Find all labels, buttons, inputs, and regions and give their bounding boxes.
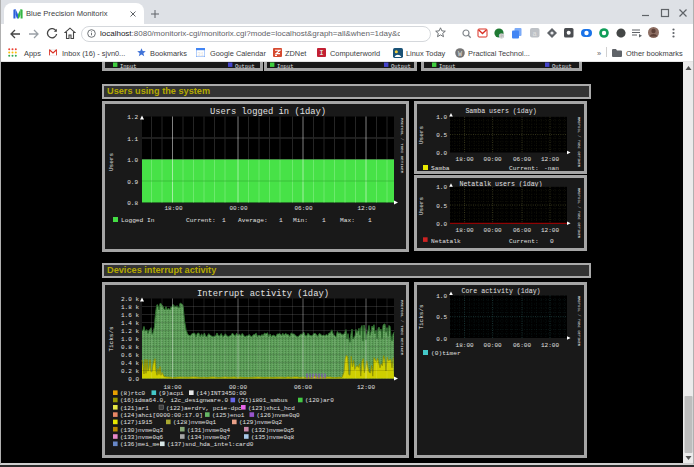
svg-text:(125)eno1: (125)eno1 bbox=[212, 412, 245, 419]
svg-text:1.0 k: 1.0 k bbox=[121, 336, 139, 343]
svg-text:Netatalk: Netatalk bbox=[431, 238, 461, 245]
svg-text:12:00: 12:00 bbox=[357, 384, 375, 391]
svg-text:a: a bbox=[533, 30, 537, 38]
svg-text:(9)acpi: (9)acpi bbox=[159, 390, 185, 397]
svg-text:Output: Output bbox=[552, 63, 572, 70]
svg-text:12:00: 12:00 bbox=[541, 227, 559, 234]
svg-text:0: 0 bbox=[550, 238, 554, 245]
svg-text:(8)rtc0: (8)rtc0 bbox=[120, 390, 146, 397]
svg-text:RRDTOOL / TOBI OETIKER: RRDTOOL / TOBI OETIKER bbox=[577, 117, 581, 168]
svg-text:0.5: 0.5 bbox=[436, 203, 447, 210]
svg-text:00:00: 00:00 bbox=[484, 227, 502, 234]
svg-text:(129)nvme0q2: (129)nvme0q2 bbox=[239, 419, 283, 426]
svg-text:Samba: Samba bbox=[431, 165, 450, 171]
svg-text:(123)xhci_hcd: (123)xhci_hcd bbox=[248, 405, 295, 412]
svg-text:1.0: 1.0 bbox=[436, 114, 447, 121]
svg-text:(0)timer: (0)timer bbox=[431, 350, 461, 357]
svg-text:06:00: 06:00 bbox=[513, 156, 531, 163]
svg-text:0.0: 0.0 bbox=[436, 221, 447, 228]
svg-text:Output: Output bbox=[391, 63, 411, 70]
svg-text:1.4 k: 1.4 k bbox=[121, 320, 139, 327]
svg-text:06:00: 06:00 bbox=[513, 227, 531, 234]
svg-text:Input: Input bbox=[439, 63, 456, 70]
svg-text:06:00: 06:00 bbox=[294, 205, 312, 212]
svg-text:(126)nvme0q0: (126)nvme0q0 bbox=[257, 412, 301, 419]
svg-text:1: 1 bbox=[322, 217, 326, 224]
svg-text:12:00: 12:00 bbox=[357, 205, 375, 212]
svg-text:(134)nvme0q7: (134)nvme0q7 bbox=[187, 434, 231, 441]
svg-text:Min:: Min: bbox=[293, 217, 308, 224]
svg-text:18:00: 18:00 bbox=[456, 342, 474, 349]
svg-text:1.1: 1.1 bbox=[127, 136, 138, 143]
svg-text:RRDTOOL / TOBI OETIKER: RRDTOOL / TOBI OETIKER bbox=[400, 300, 404, 356]
svg-text:0.8: 0.8 bbox=[127, 200, 138, 207]
svg-text:0.8 k: 0.8 k bbox=[121, 344, 139, 351]
svg-text:0.2 k: 0.2 k bbox=[121, 368, 139, 375]
svg-text:2.0 k: 2.0 k bbox=[121, 296, 139, 303]
svg-text:Users logged in (1day): Users logged in (1day) bbox=[210, 107, 326, 117]
svg-text:Ticks/s: Ticks/s bbox=[418, 304, 425, 330]
svg-text:06:00: 06:00 bbox=[513, 342, 531, 349]
svg-text:Users: Users bbox=[108, 153, 115, 171]
svg-text:0.4 k: 0.4 k bbox=[121, 360, 139, 367]
svg-text:(137)snd_hda_intel:card0: (137)snd_hda_intel:card0 bbox=[167, 441, 254, 448]
svg-text:18:00: 18:00 bbox=[456, 227, 474, 234]
svg-text:1.0: 1.0 bbox=[436, 184, 447, 191]
svg-text:Interrupt activity (1day): Interrupt activity (1day) bbox=[197, 289, 329, 299]
svg-text:0.0: 0.0 bbox=[128, 376, 139, 383]
svg-text:1.8 k: 1.8 k bbox=[121, 304, 139, 311]
svg-text:1: 1 bbox=[279, 217, 283, 224]
svg-text:(135)nvme0q8: (135)nvme0q8 bbox=[251, 434, 295, 441]
svg-text:12:00: 12:00 bbox=[541, 156, 559, 163]
svg-text:Max:: Max: bbox=[340, 217, 355, 224]
svg-text:18:00: 18:00 bbox=[164, 205, 182, 212]
svg-text:(128)nvme0q1: (128)nvme0q1 bbox=[173, 419, 217, 426]
svg-text:0.0: 0.0 bbox=[436, 150, 447, 157]
svg-text:0.9: 0.9 bbox=[127, 179, 138, 186]
svg-text:Logged In: Logged In bbox=[121, 217, 155, 224]
svg-text:(124)ahci[0000:00:17.0]: (124)ahci[0000:00:17.0] bbox=[120, 412, 203, 419]
svg-text:(21)i801_smbus: (21)i801_smbus bbox=[238, 397, 289, 404]
svg-text:(131)nvme0q4: (131)nvme0q4 bbox=[187, 427, 231, 434]
svg-text:(127)i915: (127)i915 bbox=[120, 419, 153, 426]
svg-text:Current:: Current: bbox=[509, 165, 539, 171]
svg-text:(122)aerdrv, pcie-dpc: (122)aerdrv, pcie-dpc bbox=[166, 405, 242, 412]
svg-text:Input: Input bbox=[277, 63, 294, 70]
svg-text:1: 1 bbox=[368, 217, 372, 224]
svg-text:(136)mei_me: (136)mei_me bbox=[120, 441, 160, 448]
svg-text:1.6 k: 1.6 k bbox=[121, 312, 139, 319]
svg-text:I: I bbox=[320, 50, 324, 57]
svg-text:Users: Users bbox=[418, 126, 425, 144]
svg-text:(120)ar0: (120)ar0 bbox=[305, 397, 334, 404]
svg-text:(132)nvme0q5: (132)nvme0q5 bbox=[251, 427, 295, 434]
svg-text:Average:: Average: bbox=[238, 217, 268, 224]
svg-text:12:00: 12:00 bbox=[541, 342, 559, 349]
svg-text:RRDTOOL / TOBI OETIKER: RRDTOOL / TOBI OETIKER bbox=[400, 118, 404, 174]
svg-text:Core activity (1day): Core activity (1day) bbox=[461, 288, 540, 295]
svg-text:12: 12 bbox=[499, 34, 505, 39]
svg-text:1.0: 1.0 bbox=[127, 157, 138, 164]
svg-text:Input: Input bbox=[120, 63, 137, 70]
svg-text:-nan: -nan bbox=[544, 165, 559, 171]
svg-text:0.6 k: 0.6 k bbox=[121, 352, 139, 359]
svg-text:1: 1 bbox=[222, 217, 226, 224]
svg-text:06:00: 06:00 bbox=[294, 384, 312, 391]
svg-text:(133)nvme0q6: (133)nvme0q6 bbox=[120, 434, 164, 441]
svg-text:1.0: 1.0 bbox=[436, 293, 447, 300]
svg-text:18:00: 18:00 bbox=[456, 156, 474, 163]
svg-text:00:00: 00:00 bbox=[229, 205, 247, 212]
svg-text:RRDTOOL / TOBI OETIKER: RRDTOOL / TOBI OETIKER bbox=[577, 188, 581, 239]
svg-text:Users: Users bbox=[418, 197, 425, 215]
svg-text:0.5: 0.5 bbox=[436, 132, 447, 139]
svg-text:W: W bbox=[458, 50, 462, 58]
svg-text:0.5: 0.5 bbox=[436, 314, 447, 321]
svg-text:Ticks/s: Ticks/s bbox=[108, 326, 115, 352]
svg-text:00:00: 00:00 bbox=[484, 156, 502, 163]
svg-text:00:00: 00:00 bbox=[484, 342, 502, 349]
svg-text:31: 31 bbox=[197, 51, 204, 57]
svg-text:(130)nvme0q3: (130)nvme0q3 bbox=[120, 427, 164, 434]
svg-text:(16)idma64.0, i2c_designware.0: (16)idma64.0, i2c_designware.0 bbox=[120, 397, 228, 404]
svg-text:Samba users (1day): Samba users (1day) bbox=[465, 108, 536, 115]
svg-text:(14)INT3450:00: (14)INT3450:00 bbox=[196, 390, 247, 397]
svg-text:(121)ar1: (121)ar1 bbox=[120, 405, 149, 412]
